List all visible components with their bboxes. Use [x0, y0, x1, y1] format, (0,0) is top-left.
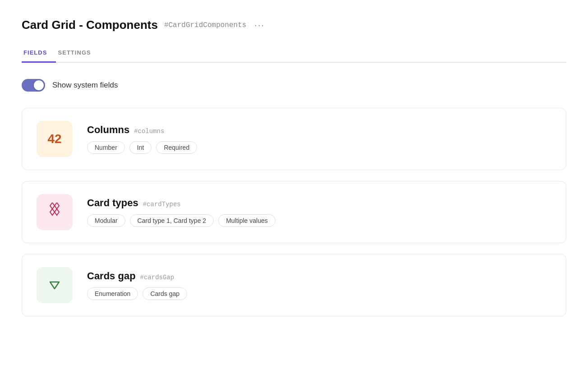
page-container: Card Grid - Components #CardGridComponen… [0, 0, 588, 345]
svg-marker-4 [50, 282, 59, 289]
field-info-cardtypes: Card types #cardTypes Modular Card type … [87, 197, 551, 227]
tag-multiple-values: Multiple values [218, 214, 276, 227]
toggle-track [22, 79, 45, 92]
page-hash: #CardGridComponents [164, 21, 246, 29]
field-name-cardsgap: Cards gap [87, 270, 136, 282]
field-card-cardtypes: Card types #cardTypes Modular Card type … [22, 181, 566, 243]
field-tags-cardtypes: Modular Card type 1, Card type 2 Multipl… [87, 214, 551, 227]
svg-marker-0 [50, 209, 55, 215]
field-icon-columns: 42 [37, 121, 73, 157]
field-hash-columns: #columns [134, 128, 164, 135]
header: Card Grid - Components #CardGridComponen… [22, 18, 566, 32]
show-system-fields-row: Show system fields [22, 79, 566, 92]
field-tags-columns: Number Int Required [87, 141, 551, 154]
svg-marker-3 [55, 203, 59, 209]
tag-cards-gap: Cards gap [142, 287, 187, 300]
field-hash-cardsgap: #cardsGap [140, 274, 175, 281]
tag-enumeration: Enumeration [87, 287, 138, 300]
field-name-row-columns: Columns #columns [87, 124, 551, 136]
toggle-label: Show system fields [52, 81, 118, 90]
tab-settings[interactable]: SETTINGS [56, 45, 100, 63]
show-system-fields-toggle[interactable] [22, 79, 45, 92]
svg-marker-1 [55, 209, 59, 215]
field-name-cardtypes: Card types [87, 197, 138, 209]
field-name-row-cardsgap: Cards gap #cardsGap [87, 270, 551, 282]
tab-fields[interactable]: FIELDS [22, 45, 56, 63]
field-icon-cardtypes [37, 194, 73, 230]
field-icon-cardsgap [37, 267, 73, 303]
field-info-cardsgap: Cards gap #cardsGap Enumeration Cards ga… [87, 270, 551, 300]
toggle-thumb [34, 80, 44, 90]
more-menu-button[interactable]: ··· [254, 20, 265, 30]
field-name-columns: Columns [87, 124, 129, 136]
field-name-row-cardtypes: Card types #cardTypes [87, 197, 551, 209]
field-info-columns: Columns #columns Number Int Required [87, 124, 551, 154]
field-card-cardsgap: Cards gap #cardsGap Enumeration Cards ga… [22, 254, 566, 316]
page-title: Card Grid - Components [22, 18, 158, 32]
field-tags-cardsgap: Enumeration Cards gap [87, 287, 551, 300]
field-hash-cardtypes: #cardTypes [143, 201, 181, 208]
tag-number: Number [87, 141, 125, 154]
svg-marker-2 [50, 203, 55, 209]
tag-card-types-values: Card type 1, Card type 2 [130, 214, 214, 227]
tag-required: Required [156, 141, 197, 154]
tag-int: Int [129, 141, 152, 154]
diamond-svg [45, 203, 64, 222]
field-card-columns: 42 Columns #columns Number Int Required [22, 108, 566, 170]
tag-modular: Modular [87, 214, 125, 227]
chevron-down-svg [46, 277, 63, 293]
tabs-bar: FIELDS SETTINGS [22, 45, 566, 63]
